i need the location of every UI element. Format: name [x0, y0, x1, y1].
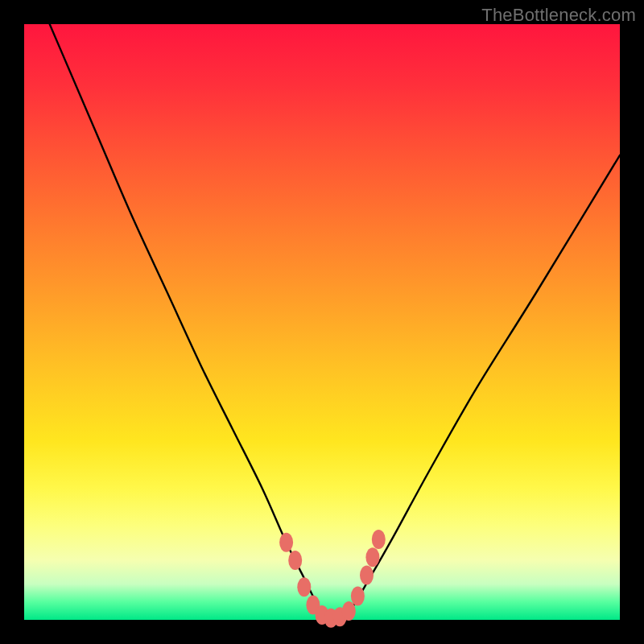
marker-icon — [297, 577, 311, 597]
plot-gradient-area — [24, 24, 620, 620]
marker-icon — [365, 547, 379, 567]
curve-svg — [24, 24, 620, 620]
watermark-text: TheBottleneck.com — [481, 5, 636, 26]
marker-icon — [372, 530, 386, 549]
marker-icon — [360, 566, 374, 585]
bottleneck-curve — [24, 0, 620, 621]
marker-icon — [342, 601, 356, 621]
marker-icon — [351, 586, 365, 605]
marker-icon — [279, 533, 293, 552]
valley-markers-icon — [279, 530, 386, 628]
marker-icon — [288, 551, 302, 570]
chart-frame: TheBottleneck.com — [0, 0, 644, 644]
